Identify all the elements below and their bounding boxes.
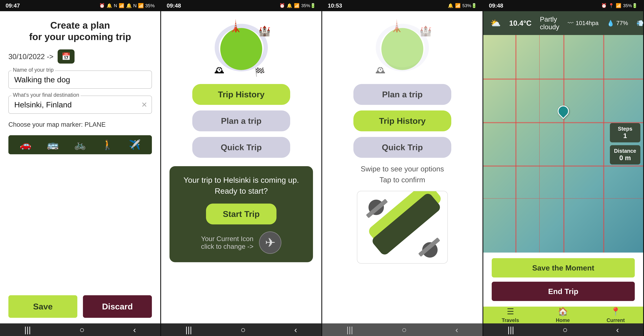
distance-card: Distance 0 m xyxy=(610,145,640,165)
distance-label: Distance xyxy=(614,148,636,154)
back-stack-icon-4[interactable]: ||| xyxy=(508,325,514,334)
status-bar-3: 10:53 🔔 📶 53%🔋 xyxy=(322,0,482,11)
signal-icon-3: 📶 xyxy=(455,3,461,8)
back-arrow-icon-2[interactable]: ‹ xyxy=(294,325,297,334)
plane-icon-current: ✈ xyxy=(265,235,276,250)
globe-image: 🗼 🏰 🕰 🏁 xyxy=(206,20,276,78)
weather-wind: 💨 21km/h xyxy=(636,20,644,27)
trip-history-button[interactable]: Trip History xyxy=(192,84,290,105)
status-time-2: 09:48 xyxy=(167,3,181,9)
bus-icon[interactable]: 🚌 xyxy=(47,139,59,150)
weather-pressure: 〰 1014hpa xyxy=(568,20,598,27)
marker-label: Choose your map marker: PLANE xyxy=(8,121,152,128)
signal-icon: 📶 xyxy=(119,3,124,8)
battery-text: 🔔 N 📶 35% xyxy=(126,3,155,9)
location-icon-4: 📍 xyxy=(608,3,614,8)
nav-travels[interactable]: ☰ Travels xyxy=(502,307,519,323)
back-arrow-icon-3[interactable]: ‹ xyxy=(455,325,458,334)
steps-label: Steps xyxy=(614,126,636,132)
walk-icon[interactable]: 🚶 xyxy=(102,139,114,150)
nav-home[interactable]: 🏠 Home xyxy=(556,307,570,323)
start-trip-button[interactable]: Start Trip xyxy=(206,204,276,224)
date-row: 30/10/2022 -> 📅 xyxy=(8,50,152,64)
nav-bar-4: ||| ○ ‹ xyxy=(483,323,643,336)
trip-history-button-3[interactable]: Trip History xyxy=(354,111,451,131)
battery-3: 53%🔋 xyxy=(462,3,477,8)
weather-desc: Partly cloudy xyxy=(540,16,560,31)
weather-temp: 10.4°C xyxy=(509,19,532,27)
road-v3 xyxy=(603,35,604,252)
back-stack-icon[interactable]: ||| xyxy=(24,325,31,334)
plan-trip-button[interactable]: Plan a trip xyxy=(192,111,290,131)
landmark-tower: 🗼 xyxy=(229,20,243,33)
status-icons-4: ⏰ 📍 📶 35%🔋 xyxy=(601,3,638,8)
end-trip-button[interactable]: End Trip xyxy=(492,282,635,301)
nav-bar-2: ||| ○ ‹ xyxy=(161,323,321,336)
weather-humidity: 💧 77% xyxy=(607,20,628,27)
trip-name-value[interactable]: Walking the dog xyxy=(14,75,146,84)
plane-icon[interactable]: ✈️ xyxy=(129,139,141,150)
wind-icon: 💨 xyxy=(636,20,644,27)
pressure-icon: 〰 xyxy=(568,20,574,27)
destination-value[interactable]: Helsinki, Finland xyxy=(14,100,146,109)
alarm-icon: ⏰ xyxy=(99,3,105,8)
home-circle-icon-3[interactable]: ○ xyxy=(402,325,407,334)
screen3-content: 🗼 🏰 🕰 Plan a trip Trip History Quick Tri… xyxy=(322,11,482,323)
calendar-button[interactable]: 📅 xyxy=(58,50,74,64)
signal-icon-2: 📶 xyxy=(294,3,300,8)
destination-label: What's your final destination xyxy=(12,92,80,98)
status-icons-2: ⏰ 🔔 📶 35%🔋 xyxy=(280,3,316,8)
steps-card: Steps 1 xyxy=(610,123,640,142)
back-arrow-icon[interactable]: ‹ xyxy=(133,325,136,334)
landmark-castle: 🏰 xyxy=(258,25,270,37)
globe-image-3: 🗼 🏰 🕰 xyxy=(368,20,437,78)
nav-bar-3: ||| ○ ‹ xyxy=(322,323,482,336)
plan-trip-button-3[interactable]: Plan a trip xyxy=(354,84,451,105)
home-circle-icon-4[interactable]: ○ xyxy=(562,325,568,334)
skateboard-image[interactable] xyxy=(357,191,448,264)
action-buttons: Save Discard xyxy=(8,295,152,318)
back-stack-icon-2[interactable]: ||| xyxy=(186,325,192,334)
current-icon-row: Your Current Icon click to change -> ✈ xyxy=(201,231,282,254)
travels-icon: ☰ xyxy=(507,307,514,316)
status-icons-3: 🔔 📶 53%🔋 xyxy=(448,3,477,8)
road-diag xyxy=(539,35,540,252)
status-bar-1: 09:47 ⏰ 🔔 N 📶 🔔 N 📶 35% xyxy=(0,0,160,11)
save-button[interactable]: Save xyxy=(8,295,77,318)
quick-trip-button[interactable]: Quick Trip xyxy=(192,137,290,158)
nav-current[interactable]: 📍 Current xyxy=(606,307,625,323)
bottom-navigation: ☰ Travels 🏠 Home 📍 Current xyxy=(483,306,643,323)
screen2-panel: 09:48 ⏰ 🔔 📶 35%🔋 🗼 🏰 🕰 🏁 Trip History Pl… xyxy=(161,0,322,336)
back-arrow-icon-4[interactable]: ‹ xyxy=(616,325,619,334)
landmark-flag: 🏁 xyxy=(254,67,265,77)
current-icon-circle[interactable]: ✈ xyxy=(259,231,281,254)
quick-trip-button-3[interactable]: Quick Trip xyxy=(354,137,451,158)
landmark-3-castle: 🏰 xyxy=(420,25,432,37)
road-v1 xyxy=(515,35,516,252)
back-stack-icon-3[interactable]: ||| xyxy=(346,325,353,334)
car-icon[interactable]: 🚗 xyxy=(20,139,32,150)
screen3-panel: 10:53 🔔 📶 53%🔋 🗼 🏰 🕰 Plan a trip Trip Hi… xyxy=(322,0,483,336)
signal-icon-4: 📶 xyxy=(616,3,621,8)
battery-2: 35%🔋 xyxy=(301,3,316,8)
home-circle-icon[interactable]: ○ xyxy=(80,325,84,334)
distance-value: 0 m xyxy=(614,154,636,162)
alarm-icon-2: ⏰ xyxy=(280,3,285,8)
home-circle-icon-2[interactable]: ○ xyxy=(240,325,246,334)
status-bar-4: 09:48 ⏰ 📍 📶 35%🔋 xyxy=(483,0,643,11)
notification-icon-3: 🔔 xyxy=(448,3,454,8)
weather-icon: ⛅ xyxy=(490,18,501,28)
page-title: Create a plan for your upcoming trip xyxy=(8,20,152,43)
landmark-3-tower: 🗼 xyxy=(390,20,404,33)
swipe-instructions: Swipe to see your options Tap to confirm xyxy=(361,163,444,185)
screen4-panel: 09:48 ⏰ 📍 📶 35%🔋 ⛅ 10.4°C Partly cloudy … xyxy=(483,0,644,336)
save-moment-button[interactable]: Save the Moment xyxy=(492,258,635,277)
landmark-3-clock: 🕰 xyxy=(376,64,386,76)
home-icon: 🏠 xyxy=(558,307,568,316)
discard-button[interactable]: Discard xyxy=(83,295,152,318)
current-icon: 📍 xyxy=(610,307,621,316)
clear-destination-icon[interactable]: ✕ xyxy=(141,101,148,109)
alarm-icon-4: ⏰ xyxy=(601,3,607,8)
map-container[interactable]: Steps 1 Distance 0 m xyxy=(483,35,643,252)
bike-icon[interactable]: 🚲 xyxy=(74,139,86,150)
